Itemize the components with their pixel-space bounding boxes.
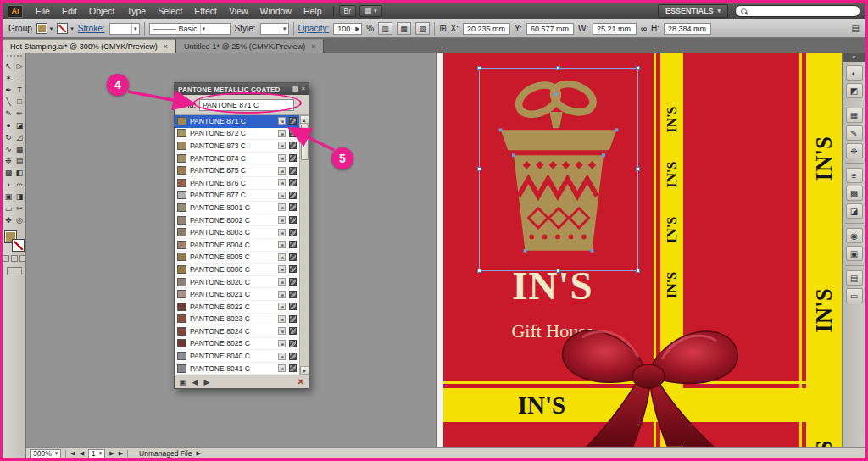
swatch-row-pantone-877-c[interactable]: PANTONE 877 C [175, 190, 299, 203]
tool-symbol-sprayer[interactable]: ❉ [3, 155, 14, 167]
chevron-down-icon[interactable]: ▾ [70, 25, 74, 32]
tool-blend[interactable]: ∞ [14, 179, 25, 191]
opacity-panel-link[interactable]: Opacity: [298, 24, 330, 33]
swatch-row-pantone-873-c[interactable]: PANTONE 873 C [175, 140, 299, 153]
tool-direct-selection[interactable]: ▷ [14, 60, 25, 72]
tool-mesh[interactable]: ▩ [3, 167, 14, 179]
swatch-row-pantone-8006-c[interactable]: PANTONE 8006 C [175, 264, 299, 276]
swatch-row-pantone-8023-c[interactable]: PANTONE 8023 C [175, 314, 299, 326]
zoom-level-combo[interactable]: 300%▾ [30, 449, 61, 458]
swatch-row-pantone-8025-c[interactable]: PANTONE 8025 C [175, 338, 299, 351]
tool-magic-wand[interactable]: ✶ [3, 72, 14, 84]
tool-live-paint-selection[interactable]: ◨ [14, 191, 25, 203]
stroke-panel-link[interactable]: Stroke: [78, 24, 105, 33]
find-input[interactable] [199, 99, 294, 111]
swatch-row-pantone-8003-c[interactable]: PANTONE 8003 C [175, 226, 299, 239]
next-artboard-button[interactable]: ▶ [109, 450, 114, 457]
recolor-artwork-button[interactable]: ▥ [378, 22, 392, 35]
menu-window[interactable]: Window [254, 4, 298, 18]
swatch-row-pantone-8002-c[interactable]: PANTONE 8002 C [175, 214, 299, 227]
first-artboard-button[interactable]: ◀ [70, 450, 75, 457]
tab-hot-stamping[interactable]: Hot Stamping.ai* @ 300% (CMYK/Preview) × [3, 39, 176, 53]
selection-handle[interactable] [556, 66, 560, 70]
menu-effect[interactable]: Effect [188, 4, 223, 18]
dock-icon-color-guide[interactable]: ◩ [846, 83, 863, 98]
swatch-row-pantone-8004-c[interactable]: PANTONE 8004 C [175, 239, 299, 252]
menu-object[interactable]: Object [83, 4, 120, 18]
dock-icon-layers[interactable]: ▤ [846, 270, 863, 286]
selection-handle[interactable] [636, 167, 640, 171]
scrollbar-thumb[interactable] [301, 125, 309, 160]
arrange-documents-button[interactable]: ▦▾ [359, 5, 382, 17]
transform-panel-button[interactable]: ▧ [415, 22, 430, 35]
delete-swatch-icon[interactable]: ✕ [298, 377, 304, 386]
close-icon[interactable]: × [164, 42, 168, 51]
none-button[interactable] [19, 255, 26, 262]
opacity-combo[interactable]: 100▶ [333, 23, 362, 35]
selection-handle[interactable] [477, 167, 481, 171]
tool-hand[interactable]: ✥ [3, 214, 14, 226]
y-value-field[interactable]: 60.577 mm [526, 23, 574, 35]
tool-zoom[interactable]: ◎ [14, 214, 25, 226]
tool-eraser[interactable]: ◪ [14, 119, 25, 131]
swatch-row-pantone-8020-c[interactable]: PANTONE 8020 C [175, 276, 299, 289]
menu-select[interactable]: Select [152, 4, 188, 18]
tool-gradient[interactable]: ◧ [14, 167, 25, 179]
dock-icon-stroke[interactable]: ≡ [846, 168, 863, 183]
dock-icon-gradient[interactable]: ▩ [846, 186, 863, 201]
swatch-row-pantone-8022-c[interactable]: PANTONE 8022 C [175, 301, 299, 314]
gradient-button[interactable] [11, 255, 18, 262]
previous-artboard-button[interactable]: ◀ [80, 450, 84, 457]
toolbar-grip[interactable] [7, 55, 22, 58]
dock-icon-graphic-styles[interactable]: ▣ [846, 246, 863, 261]
dock-icon-color[interactable]: ◐ [846, 65, 863, 81]
next-page-icon[interactable]: ▶ [203, 378, 209, 386]
constrain-proportions-icon[interactable]: ∞ [641, 24, 647, 33]
status-flyout-icon[interactable]: ▶ [196, 450, 200, 457]
previous-page-icon[interactable]: ◀ [192, 378, 198, 386]
color-button[interactable] [3, 255, 9, 262]
scroll-up-icon[interactable]: ▴ [300, 115, 309, 124]
tool-width[interactable]: ∿ [3, 143, 14, 155]
panel-menu-icon[interactable]: ▤ [292, 86, 298, 92]
align-panel-button[interactable]: ▦ [397, 22, 411, 35]
close-icon[interactable]: × [311, 42, 315, 51]
close-icon[interactable]: × [302, 86, 305, 92]
w-value-field[interactable]: 25.21 mm [593, 23, 637, 35]
tool-rotate[interactable]: ↻ [3, 131, 14, 143]
search-input[interactable] [751, 7, 854, 15]
style-combo[interactable]: ▾ [260, 23, 289, 35]
dock-icon-swatches[interactable]: ▦ [846, 108, 863, 123]
panel-title-bar[interactable]: PANTONE METALLIC COATED ▤ × [175, 83, 309, 95]
menu-file[interactable]: File [30, 4, 56, 18]
tool-blob-brush[interactable]: ● [3, 119, 14, 131]
scroll-down-icon[interactable]: ▾ [300, 366, 309, 375]
menu-view[interactable]: View [223, 4, 254, 18]
swatch-row-pantone-8005-c[interactable]: PANTONE 8005 C [175, 252, 299, 264]
tool-paintbrush[interactable]: ✎ [3, 108, 14, 119]
tool-type[interactable]: T [14, 84, 25, 96]
control-panel-menu-icon[interactable]: ▤ [852, 24, 860, 33]
document-canvas[interactable]: IN'S IN'S IN'S IN'S IN'S IN'S IN'S [26, 53, 842, 447]
selection-handle[interactable] [477, 269, 481, 273]
selection-handle[interactable] [636, 66, 640, 70]
swatch-row-pantone-874-c[interactable]: PANTONE 874 C [175, 153, 299, 165]
stroke-color-chip[interactable] [57, 23, 68, 34]
stroke-color-swatch[interactable] [12, 239, 25, 252]
workspace-switcher-button[interactable]: ESSENTIALS▾ [658, 4, 728, 18]
tool-live-paint-bucket[interactable]: ▣ [3, 191, 14, 203]
selection-handle[interactable] [477, 66, 481, 70]
dock-icon-brushes[interactable]: ✎ [846, 125, 863, 141]
tool-scale[interactable]: ◿ [14, 131, 25, 143]
fill-color-chip[interactable] [36, 23, 47, 34]
selection-handle[interactable] [636, 269, 640, 273]
swatch-row-pantone-8021-c[interactable]: PANTONE 8021 C [175, 288, 299, 301]
tool-selection[interactable]: ↖ [3, 60, 14, 72]
menu-edit[interactable]: Edit [56, 4, 83, 18]
last-artboard-button[interactable]: ▶ [119, 450, 123, 457]
tab-untitled-1[interactable]: Untitled-1* @ 25% (CMYK/Preview) × [176, 39, 324, 53]
new-color-group-icon[interactable]: ▣ [179, 378, 186, 386]
tool-eyedropper[interactable]: ◗ [3, 179, 14, 191]
tool-column-graph[interactable]: ▤ [14, 155, 25, 167]
tool-pen[interactable]: ✒ [3, 84, 14, 96]
